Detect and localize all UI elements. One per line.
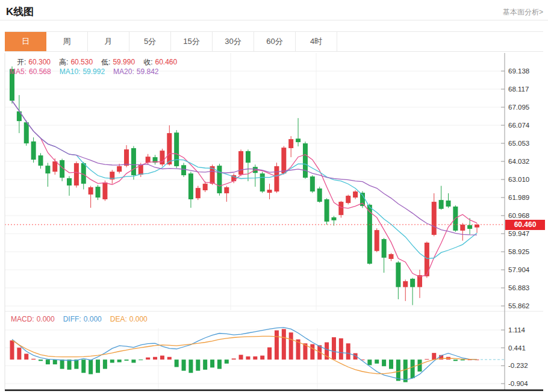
- candle-body: [296, 138, 300, 142]
- macd-bar: [246, 356, 250, 359]
- candle-body: [196, 188, 201, 198]
- macd-bar: [310, 344, 314, 360]
- axis-label: 55.862: [508, 302, 529, 310]
- macd-bar: [153, 357, 157, 359]
- legend-label: 低:: [101, 58, 110, 66]
- macd-bar: [146, 358, 150, 360]
- legend-label: MACD:: [11, 315, 34, 323]
- macd-bar: [232, 358, 236, 359]
- macd-bar: [382, 359, 386, 366]
- candle-body: [467, 225, 472, 229]
- macd-bar: [432, 353, 436, 359]
- legend-label: 收:: [143, 58, 152, 66]
- axis-label: 65.053: [508, 140, 529, 147]
- candle-body: [432, 202, 437, 235]
- macd-bar: [131, 359, 135, 362]
- candle-body: [260, 173, 265, 191]
- candle-body: [310, 176, 315, 191]
- legend-value: 59.990: [113, 58, 135, 66]
- legend-value: 0.000: [37, 315, 55, 323]
- candle-body: [203, 184, 208, 190]
- candle-body: [325, 199, 329, 222]
- axis-label: -0.232: [508, 362, 528, 369]
- macd-bar: [253, 356, 257, 359]
- candle-body: [346, 196, 350, 203]
- macd-bar: [417, 359, 422, 372]
- macd-bar: [332, 337, 336, 359]
- macd-bar: [182, 359, 186, 371]
- axis-label: 59.947: [508, 230, 529, 237]
- axis-label: 61.989: [508, 194, 529, 201]
- candle-body: [102, 182, 107, 199]
- candle-body: [117, 166, 122, 172]
- macd-bar: [103, 359, 107, 369]
- macd-bar: [175, 359, 179, 367]
- candle-body: [67, 178, 72, 185]
- macd-bar: [74, 359, 78, 369]
- macd-bar: [196, 359, 200, 371]
- macd-bar: [110, 359, 114, 362]
- macd-bar: [346, 343, 350, 359]
- macd-bar: [139, 359, 143, 360]
- candle-body: [238, 151, 243, 175]
- candle-body: [96, 187, 101, 198]
- candle-body: [460, 225, 465, 231]
- macd-bar: [289, 332, 293, 359]
- macd-readout: MACD:0.000DIFF:0.000DEA:0.000: [11, 315, 156, 323]
- macd-bar: [117, 359, 122, 362]
- candle-body: [317, 188, 322, 202]
- macd-bar: [81, 359, 86, 373]
- candle-body: [274, 166, 279, 191]
- candle-body: [217, 166, 222, 193]
- legend-label: MA5:: [10, 67, 26, 76]
- candle-body: [24, 122, 29, 143]
- candle-body: [167, 133, 172, 164]
- legend-value: 0.000: [129, 315, 148, 323]
- candle-body: [39, 155, 43, 166]
- axis-label: 69.138: [508, 67, 529, 75]
- axis-label: 1.114: [508, 326, 526, 334]
- candle-body: [174, 132, 179, 166]
- candle-body: [396, 263, 400, 287]
- candle-body: [188, 173, 193, 199]
- macd-bar: [260, 356, 264, 360]
- candle-body: [331, 217, 336, 220]
- macd-bar: [67, 359, 72, 370]
- ma-readout: MA5:60.568MA10:59.992MA20:59.842: [10, 67, 167, 76]
- legend-label: 高:: [59, 58, 68, 66]
- legend-value: 0.000: [84, 315, 102, 323]
- macd-bar: [425, 359, 429, 359]
- macd-bar: [411, 359, 415, 378]
- candle-body: [439, 200, 444, 209]
- ohlc-readout: 开:60.300高:60.530低:59.990收:60.460: [17, 57, 185, 67]
- candle-body: [475, 225, 479, 228]
- legend-label: MA10:: [60, 67, 81, 76]
- axis-label: 60.968: [508, 212, 529, 219]
- legend-label: DEA:: [110, 315, 127, 323]
- candle-body: [281, 148, 286, 173]
- macd-bar: [17, 347, 21, 359]
- macd-bar: [10, 340, 14, 359]
- macd-bar: [396, 359, 400, 381]
- candle-body: [267, 190, 272, 193]
- axis-label: 56.883: [508, 284, 529, 291]
- candle-body: [224, 187, 229, 193]
- macd-bar: [96, 359, 100, 373]
- macd-bar: [403, 359, 408, 382]
- macd-bar: [24, 353, 28, 359]
- macd-bar: [375, 359, 379, 364]
- macd-bar: [160, 356, 164, 360]
- macd-bar: [461, 359, 465, 360]
- macd-bar: [267, 347, 272, 359]
- candle-body: [52, 161, 57, 172]
- macd-bar: [453, 359, 458, 361]
- macd-bar: [39, 359, 43, 361]
- candle-body: [375, 230, 379, 251]
- axis-label: 64.032: [508, 158, 529, 165]
- legend-value: 60.530: [70, 58, 93, 66]
- macd-bar: [217, 359, 222, 369]
- candle-body: [410, 279, 415, 287]
- legend-label: DIFF:: [63, 315, 81, 323]
- candle-body: [353, 191, 358, 198]
- macd-bar: [275, 331, 279, 360]
